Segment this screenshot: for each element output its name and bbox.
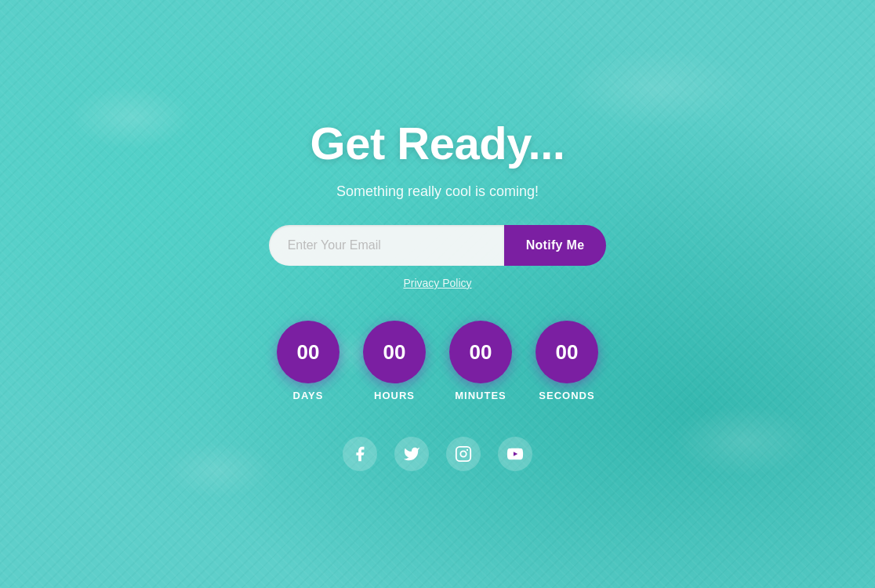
days-label: DAYS xyxy=(293,390,324,401)
hours-label: HOURS xyxy=(374,390,415,401)
svg-point-2 xyxy=(467,449,468,451)
main-container: Get Ready... Something really cool is co… xyxy=(269,117,607,471)
page-title: Get Ready... xyxy=(310,117,565,169)
minutes-label: MINUTES xyxy=(455,390,506,401)
seconds-circle: 00 xyxy=(536,321,598,383)
svg-point-1 xyxy=(460,451,466,456)
facebook-icon[interactable] xyxy=(343,437,377,471)
minutes-circle: 00 xyxy=(449,321,512,383)
instagram-icon[interactable] xyxy=(446,437,481,471)
youtube-icon[interactable] xyxy=(498,437,532,471)
notify-button[interactable]: Notify Me xyxy=(504,225,607,266)
email-form: Notify Me xyxy=(269,225,607,266)
svg-rect-0 xyxy=(456,447,470,461)
countdown-hours: 00 HOURS xyxy=(363,321,426,401)
privacy-policy-link[interactable]: Privacy Policy xyxy=(403,277,471,289)
twitter-icon[interactable] xyxy=(394,437,429,471)
countdown-seconds: 00 SECONDS xyxy=(536,321,598,401)
social-icons-bar xyxy=(343,437,532,471)
countdown-days: 00 DAYS xyxy=(277,321,339,401)
days-circle: 00 xyxy=(277,321,339,383)
countdown-timer: 00 DAYS 00 HOURS 00 MINUTES 00 SECONDS xyxy=(277,321,598,401)
countdown-minutes: 00 MINUTES xyxy=(449,321,512,401)
subtitle-text: Something really cool is coming! xyxy=(336,183,539,200)
seconds-label: SECONDS xyxy=(539,390,594,401)
email-input[interactable] xyxy=(269,225,504,266)
hours-circle: 00 xyxy=(363,321,426,383)
